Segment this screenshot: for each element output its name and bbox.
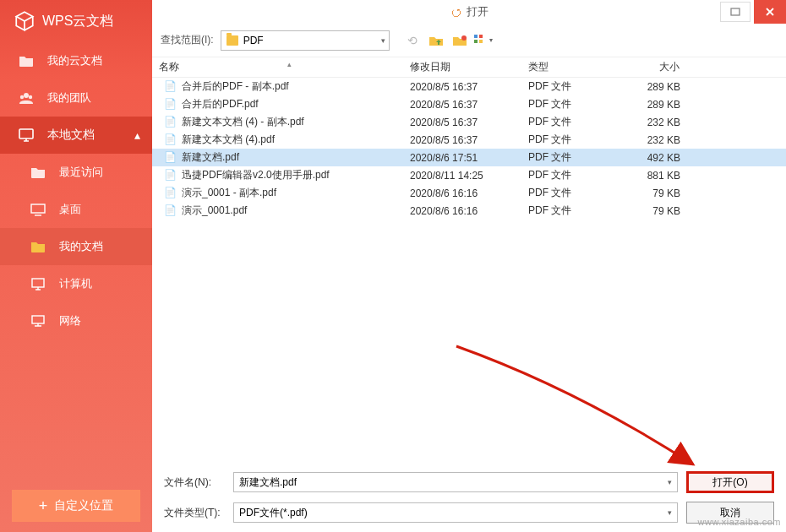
sidebar-item-label: 本地文档 [47,128,95,143]
maximize-button[interactable] [720,2,751,22]
svg-rect-5 [32,279,44,287]
sidebar-item-label: 网络 [59,313,81,328]
watermark: www.xiazaiba.com [698,517,781,527]
sidebar-item-local-docs[interactable]: 本地文档 ▴ [0,117,152,154]
sidebar-item-label: 最近访问 [59,165,103,180]
close-button[interactable] [754,0,786,24]
pdf-file-icon: 📄 [164,98,177,110]
chevron-down-icon: ▾ [668,478,672,486]
filetype-label: 文件类型(T): [164,506,225,520]
file-list: 名称▴ 修改日期 类型 大小 📄合并后的PDF - 副本.pdf2020/8/5… [152,57,786,462]
sort-indicator-icon: ▴ [287,60,292,68]
filetype-value: PDF文件(*.pdf) [239,506,308,520]
view-mode-button[interactable]: ▾ [474,31,493,50]
file-type: PDF 文件 [528,186,638,200]
column-name[interactable]: 名称▴ [152,60,410,74]
open-icon: ⭯ [450,6,461,19]
file-size: 79 KB [638,187,723,199]
file-name: 合并后的PDF - 副本.pdf [182,80,289,92]
file-row[interactable]: 📄新建文本文档 (4).pdf2020/8/5 16:37PDF 文件232 K… [152,131,786,149]
main-panel: ⭯ 打开 查找范围(I): PDF ▾ ⟲ ▾ [152,0,786,532]
new-folder-button[interactable] [450,31,469,50]
file-date: 2020/8/6 16:16 [410,187,528,199]
sidebar-item-desktop[interactable]: 桌面 [0,191,152,228]
filename-input[interactable]: 新建文档.pdf ▾ [233,472,678,492]
svg-point-0 [24,93,29,98]
chevron-down-icon: ▾ [381,36,385,45]
file-size: 232 KB [638,117,723,128]
pdf-file-icon: 📄 [164,151,177,163]
column-type[interactable]: 类型 [528,60,638,74]
folder-icon [29,163,47,182]
file-date: 2020/8/11 14:25 [410,170,528,182]
dialog-title: ⭯ 打开 [450,4,489,19]
folder-icon [227,35,238,46]
local-docs-children: 最近访问 桌面 我的文档 计算机 网络 [0,154,152,339]
svg-rect-7 [731,8,740,15]
file-row[interactable]: 📄新建文档.pdf2020/8/6 17:51PDF 文件492 KB [152,149,786,166]
plus-icon: + [39,497,48,515]
sidebar-item-cloud-docs[interactable]: 我的云文档 [0,42,152,79]
titlebar: ⭯ 打开 [152,0,786,24]
file-row[interactable]: 📄演示_0001.pdf2020/8/6 16:16PDF 文件79 KB [152,202,786,220]
file-date: 2020/8/5 16:37 [410,117,528,128]
file-name: 迅捷PDF编辑器v2.0使用手册.pdf [182,169,330,181]
file-list-header: 名称▴ 修改日期 类型 大小 [152,57,786,78]
up-folder-button[interactable] [427,31,445,50]
column-size[interactable]: 大小 [638,60,723,74]
pdf-file-icon: 📄 [164,187,177,198]
monitor-icon [17,126,35,144]
svg-rect-3 [19,129,33,138]
open-button[interactable]: 打开(O) [686,471,774,493]
file-size: 232 KB [638,134,723,146]
sidebar-item-label: 我的团队 [47,90,91,106]
file-type: PDF 文件 [528,204,638,218]
file-row[interactable]: 📄新建文本文档 (4) - 副本.pdf2020/8/5 16:37PDF 文件… [152,113,786,131]
file-size: 79 KB [638,205,723,217]
sidebar-item-label: 我的云文档 [47,53,102,68]
sidebar-item-computer[interactable]: 计算机 [0,265,152,302]
sidebar-item-recent[interactable]: 最近访问 [0,154,152,191]
file-row[interactable]: 📄迅捷PDF编辑器v2.0使用手册.pdf2020/8/11 14:25PDF … [152,166,786,184]
desktop-icon [29,200,47,219]
svg-rect-4 [31,204,45,213]
file-row[interactable]: 📄合并后的PDF.pdf2020/8/5 16:37PDF 文件289 KB [152,95,786,113]
scope-label: 查找范围(I): [161,33,214,47]
scope-combo[interactable]: PDF ▾ [221,30,390,51]
sidebar-item-network[interactable]: 网络 [0,302,152,339]
file-type: PDF 文件 [528,133,638,147]
file-name: 新建文档.pdf [182,151,239,163]
file-date: 2020/8/6 17:51 [410,152,528,164]
folder-open-icon [29,237,47,256]
toolbar: 查找范围(I): PDF ▾ ⟲ ▾ [152,24,786,57]
file-size: 289 KB [638,81,723,93]
svg-rect-11 [474,40,478,43]
folder-icon [17,52,35,70]
computer-icon [29,274,47,293]
file-size: 492 KB [638,152,723,164]
column-date[interactable]: 修改日期 [410,60,528,74]
svg-point-8 [461,35,467,41]
file-row[interactable]: 📄合并后的PDF - 副本.pdf2020/8/5 16:37PDF 文件289… [152,78,786,95]
file-type: PDF 文件 [528,79,638,94]
app-title: WPS云文档 [42,13,113,30]
file-row[interactable]: 📄演示_0001 - 副本.pdf2020/8/6 16:16PDF 文件79 … [152,184,786,202]
filename-label: 文件名(N): [164,475,225,490]
sidebar-item-label: 计算机 [59,276,92,291]
custom-location-button[interactable]: + 自定义位置 [12,490,140,522]
file-name: 合并后的PDF.pdf [182,98,259,110]
file-date: 2020/8/5 16:37 [410,81,528,93]
file-name: 演示_0001.pdf [182,204,247,216]
file-date: 2020/8/5 16:37 [410,99,528,111]
back-button[interactable]: ⟲ [403,31,422,50]
file-name: 新建文本文档 (4).pdf [182,133,275,145]
svg-rect-9 [474,35,478,38]
svg-rect-12 [479,40,483,43]
pdf-file-icon: 📄 [164,80,177,92]
sidebar-item-my-docs[interactable]: 我的文档 [0,228,152,265]
pdf-file-icon: 📄 [164,133,177,145]
scope-value: PDF [243,35,264,46]
cube-icon [14,10,35,32]
filetype-select[interactable]: PDF文件(*.pdf) ▾ [233,502,678,523]
sidebar-item-team[interactable]: 我的团队 [0,79,152,117]
